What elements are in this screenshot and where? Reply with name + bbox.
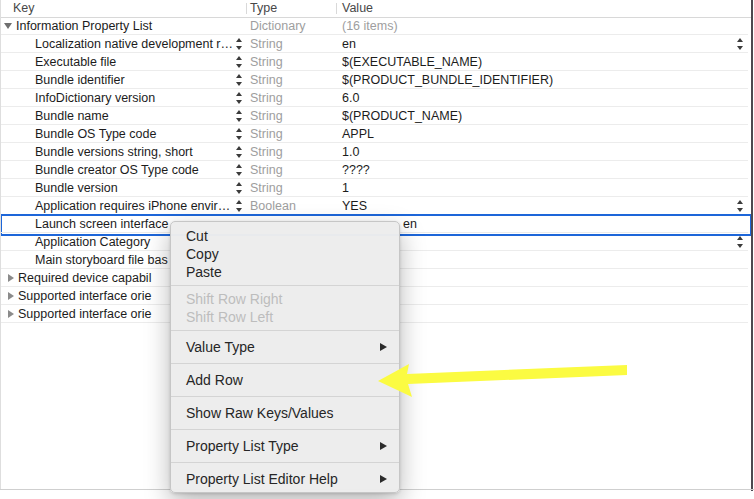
table-header: Key Type Value <box>0 0 752 18</box>
disclosure-expanded-icon[interactable] <box>4 23 12 29</box>
table-row[interactable]: Application requires iPhone envir…Boolea… <box>0 197 752 215</box>
menu-item-label: Property List Editor Help <box>186 471 338 487</box>
row-type: String <box>250 161 283 179</box>
stepper-down-icon <box>236 136 242 140</box>
row-type: String <box>250 179 283 197</box>
stepper-up-icon <box>236 200 242 204</box>
table-row[interactable]: Bundle OS Type codeStringAPPL <box>0 125 752 143</box>
table-row[interactable]: Information Property ListDictionary(16 i… <box>0 17 752 35</box>
value-stepper-icon[interactable] <box>234 38 243 50</box>
disclosure-collapsed-icon[interactable] <box>8 274 14 282</box>
table-row[interactable]: Bundle versionString1 <box>0 179 752 197</box>
menu-section: Shift Row RightShift Row Left <box>171 286 399 330</box>
column-header-key[interactable]: Key <box>13 0 35 17</box>
row-key: Localization native development r… <box>35 35 233 53</box>
row-key: Bundle creator OS Type code <box>35 161 199 179</box>
stepper-up-icon <box>236 38 242 42</box>
context-menu: CutCopyPasteShift Row RightShift Row Lef… <box>170 221 400 493</box>
menu-item-label: Shift Row Left <box>186 309 273 325</box>
menu-item-shift-row-left: Shift Row Left <box>171 308 399 326</box>
menu-item-copy[interactable]: Copy <box>171 245 399 263</box>
table-row[interactable]: Bundle creator OS Type codeString???? <box>0 161 752 179</box>
column-header-value[interactable]: Value <box>342 0 373 17</box>
menu-item-value-type[interactable]: Value Type <box>171 338 399 356</box>
value-stepper-icon[interactable] <box>234 182 243 194</box>
stepper-up-icon <box>236 74 242 78</box>
menu-item-property-list-type[interactable]: Property List Type <box>171 437 399 455</box>
value-stepper-icon[interactable] <box>735 38 744 50</box>
row-type: String <box>250 107 283 125</box>
row-value: $(PRODUCT_NAME) <box>342 107 462 125</box>
plist-editor-root: Key Type Value Information Property List… <box>0 0 754 499</box>
row-value: $(EXECUTABLE_NAME) <box>342 53 482 71</box>
pane-divider[interactable] <box>751 0 753 491</box>
menu-item-cut[interactable]: Cut <box>171 227 399 245</box>
table-row[interactable]: InfoDictionary versionString6.0 <box>0 89 752 107</box>
menu-item-label: Paste <box>186 264 222 280</box>
menu-item-paste[interactable]: Paste <box>171 263 399 281</box>
menu-item-label: Shift Row Right <box>186 291 282 307</box>
value-stepper-icon[interactable] <box>234 56 243 68</box>
stepper-down-icon <box>236 46 242 50</box>
row-type: Boolean <box>250 197 296 215</box>
row-value: (16 items) <box>342 17 398 35</box>
row-key: Bundle name <box>35 107 109 125</box>
row-value: 1 <box>342 179 349 197</box>
menu-item-property-list-editor-help[interactable]: Property List Editor Help <box>171 470 399 488</box>
disclosure-collapsed-icon[interactable] <box>8 310 14 318</box>
stepper-up-icon <box>236 128 242 132</box>
value-stepper-icon[interactable] <box>234 92 243 104</box>
row-key: Required device capabil <box>18 269 151 287</box>
menu-item-shift-row-right: Shift Row Right <box>171 290 399 308</box>
stepper-down-icon <box>236 172 242 176</box>
row-value: ???? <box>342 161 370 179</box>
column-divider[interactable] <box>246 3 247 14</box>
stepper-down-icon <box>737 46 743 50</box>
menu-item-label: Value Type <box>186 339 255 355</box>
row-value: $(PRODUCT_BUNDLE_IDENTIFIER) <box>342 71 553 89</box>
disclosure-collapsed-icon[interactable] <box>8 292 14 300</box>
menu-item-show-raw-keys-values[interactable]: Show Raw Keys/Values <box>171 404 399 422</box>
menu-section: Add Row <box>171 364 399 396</box>
column-divider[interactable] <box>336 3 337 14</box>
table-row[interactable]: Bundle nameString$(PRODUCT_NAME) <box>0 107 752 125</box>
table-row[interactable]: Bundle versions string, shortString1.0 <box>0 143 752 161</box>
menu-item-label: Property List Type <box>186 438 299 454</box>
value-stepper-icon[interactable] <box>234 74 243 86</box>
stepper-up-icon <box>737 200 743 204</box>
table-row[interactable]: Executable fileString$(EXECUTABLE_NAME) <box>0 53 752 71</box>
value-stepper-icon[interactable] <box>234 110 243 122</box>
row-key: Launch screen interface <box>35 215 168 233</box>
table-row[interactable]: Localization native development r…String… <box>0 35 752 53</box>
menu-item-label: Add Row <box>186 372 243 388</box>
value-stepper-icon[interactable] <box>234 146 243 158</box>
row-key: Bundle OS Type code <box>35 125 156 143</box>
row-type: String <box>250 71 283 89</box>
table-row[interactable]: Bundle identifierString$(PRODUCT_BUNDLE_… <box>0 71 752 89</box>
column-header-type[interactable]: Type <box>250 0 277 17</box>
value-stepper-icon[interactable] <box>735 200 744 212</box>
row-key: Information Property List <box>16 17 152 35</box>
stepper-up-icon <box>236 110 242 114</box>
submenu-arrow-icon <box>380 343 387 351</box>
stepper-up-icon <box>236 56 242 60</box>
value-stepper-icon[interactable] <box>735 236 744 248</box>
row-value: 1.0 <box>342 143 359 161</box>
menu-section: Show Raw Keys/Values <box>171 397 399 429</box>
stepper-down-icon <box>236 154 242 158</box>
row-key: Application requires iPhone envir… <box>35 197 230 215</box>
stepper-down-icon <box>737 208 743 212</box>
value-stepper-icon[interactable] <box>234 128 243 140</box>
row-type: String <box>250 89 283 107</box>
row-type: String <box>250 125 283 143</box>
row-value: YES <box>342 197 367 215</box>
menu-item-label: Show Raw Keys/Values <box>186 405 334 421</box>
value-stepper-icon[interactable] <box>234 164 243 176</box>
row-value: en <box>403 215 417 233</box>
menu-item-add-row[interactable]: Add Row <box>171 371 399 389</box>
stepper-down-icon <box>236 82 242 86</box>
stepper-up-icon <box>236 164 242 168</box>
left-border <box>0 0 1 490</box>
row-type: String <box>250 35 283 53</box>
value-stepper-icon[interactable] <box>234 200 243 212</box>
